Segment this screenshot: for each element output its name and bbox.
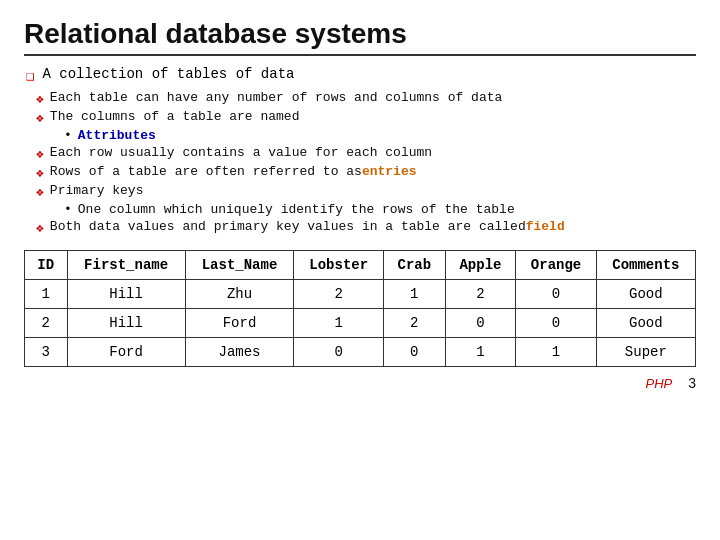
cell-3-lastname: James <box>185 338 294 367</box>
table-row: 3 Ford James 0 0 1 1 Super <box>25 338 696 367</box>
sub-bullet-dot-1: • <box>64 128 72 143</box>
sub-bullet-attributes-text: Attributes <box>78 128 156 143</box>
bullet-1-text: Each table can have any number of rows a… <box>50 90 502 105</box>
col-header-apple: Apple <box>445 251 516 280</box>
bullet-2-text: The columns of a table are named <box>50 109 300 124</box>
cell-1-lobster: 2 <box>294 280 384 309</box>
cell-2-lobster: 1 <box>294 309 384 338</box>
cell-3-lobster: 0 <box>294 338 384 367</box>
data-table: ID First_name Last_Name Lobster Crab App… <box>24 250 696 367</box>
page-title: Relational database systems <box>24 18 696 56</box>
bullet-4-highlight: entries <box>362 164 417 179</box>
cell-2-lastname: Ford <box>185 309 294 338</box>
bullet-4: ❖ Rows of a table are often referred to … <box>36 164 696 181</box>
data-table-container: ID First_name Last_Name Lobster Crab App… <box>24 250 696 367</box>
diamond-icon-3: ❖ <box>36 146 44 162</box>
diamond-icon-2: ❖ <box>36 110 44 126</box>
cell-1-crab: 1 <box>384 280 445 309</box>
bullet-1: ❖ Each table can have any number of rows… <box>36 90 696 107</box>
footer-php-label: PHP <box>645 376 672 391</box>
bullet-3-text: Each row usually contains a value for ea… <box>50 145 432 160</box>
cell-2-firstname: Hill <box>67 309 185 338</box>
cell-2-comments: Good <box>596 309 695 338</box>
cell-2-orange: 0 <box>516 309 596 338</box>
bullet-list: ❖ Each table can have any number of rows… <box>36 90 696 236</box>
bullet-5: ❖ Primary keys <box>36 183 696 200</box>
cell-3-id: 3 <box>25 338 68 367</box>
bullet-3: ❖ Each row usually contains a value for … <box>36 145 696 162</box>
sub-bullet-unique-text: One column which uniquely identify the r… <box>78 202 515 217</box>
col-header-orange: Orange <box>516 251 596 280</box>
bullet-4-text-before: Rows of a table are often referred to as <box>50 164 362 179</box>
cell-1-lastname: Zhu <box>185 280 294 309</box>
diamond-icon-5: ❖ <box>36 184 44 200</box>
sub-bullet-attributes: • Attributes <box>64 128 696 143</box>
cell-2-id: 2 <box>25 309 68 338</box>
cell-1-comments: Good <box>596 280 695 309</box>
cell-2-crab: 2 <box>384 309 445 338</box>
bullet-6: ❖ Both data values and primary key value… <box>36 219 696 236</box>
footer-page-number: 3 <box>688 375 696 391</box>
cell-2-apple: 0 <box>445 309 516 338</box>
col-header-firstname: First_name <box>67 251 185 280</box>
cell-1-orange: 0 <box>516 280 596 309</box>
bullet-5-text: Primary keys <box>50 183 144 198</box>
table-row: 2 Hill Ford 1 2 0 0 Good <box>25 309 696 338</box>
col-header-lastname: Last_Name <box>185 251 294 280</box>
cell-1-apple: 2 <box>445 280 516 309</box>
cell-1-firstname: Hill <box>67 280 185 309</box>
col-header-comments: Comments <box>596 251 695 280</box>
bullet-2: ❖ The columns of a table are named <box>36 109 696 126</box>
col-header-lobster: Lobster <box>294 251 384 280</box>
col-header-id: ID <box>25 251 68 280</box>
footer: PHP 3 <box>24 375 696 391</box>
diamond-icon-1: ❖ <box>36 91 44 107</box>
bullet-6-highlight: field <box>526 219 565 234</box>
sub-bullet-unique: • One column which uniquely identify the… <box>64 202 696 217</box>
col-header-crab: Crab <box>384 251 445 280</box>
main-bullet-diamond: ❑ <box>26 67 34 84</box>
main-point-text: A collection of tables of data <box>42 66 294 82</box>
sub-bullet-dot-2: • <box>64 202 72 217</box>
bullet-6-text-before: Both data values and primary key values … <box>50 219 526 234</box>
cell-3-apple: 1 <box>445 338 516 367</box>
diamond-icon-4: ❖ <box>36 165 44 181</box>
table-header-row: ID First_name Last_Name Lobster Crab App… <box>25 251 696 280</box>
cell-1-id: 1 <box>25 280 68 309</box>
diamond-icon-6: ❖ <box>36 220 44 236</box>
cell-3-comments: Super <box>596 338 695 367</box>
cell-3-firstname: Ford <box>67 338 185 367</box>
cell-3-crab: 0 <box>384 338 445 367</box>
table-row: 1 Hill Zhu 2 1 2 0 Good <box>25 280 696 309</box>
cell-3-orange: 1 <box>516 338 596 367</box>
